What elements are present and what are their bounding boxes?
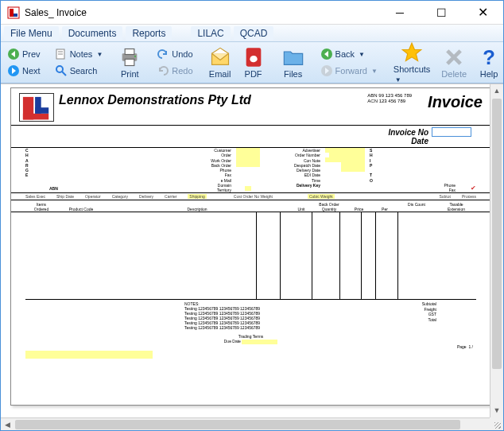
resize-grip[interactable] — [490, 417, 503, 431]
shortcuts-button[interactable]: Shortcuts ▼ — [389, 40, 435, 85]
invoice-date-label: Date — [411, 137, 428, 146]
company-logo — [19, 93, 54, 122]
print-icon — [118, 46, 141, 68]
trading-terms: Trading Terms Due Date — [11, 332, 490, 344]
horizontal-scrollbar[interactable]: ◀ ▶ — [1, 417, 503, 431]
highlight-bar — [25, 351, 153, 359]
invoice-page: Lennox Demonstrations Pty Ltd ABN 99 123… — [10, 87, 491, 406]
close-button[interactable]: ✕ — [468, 3, 497, 22]
document-viewport: Lennox Demonstrations Pty Ltd ABN 99 123… — [1, 83, 503, 417]
help-button[interactable]: ? Help — [473, 45, 504, 80]
order-fields: AdvertiserOrder NumberCon NoteDespatch D… — [265, 148, 320, 192]
svg-rect-22 — [23, 114, 48, 120]
back-icon — [320, 48, 333, 60]
maximize-button[interactable]: ☐ — [427, 3, 456, 22]
svg-text:?: ? — [483, 46, 495, 68]
invoice-meta: Invoice No Date — [11, 126, 490, 147]
ship-fields: Phone Fax — [384, 148, 456, 192]
scroll-left-icon[interactable]: ◀ — [1, 418, 14, 431]
summary-row: Sales ExecShip DateOperatorCategoryDeliv… — [11, 192, 490, 200]
notes-icon — [55, 48, 68, 60]
invoice-header: Lennox Demonstrations Pty Ltd ABN 99 123… — [11, 88, 490, 126]
menu-lilac[interactable]: LILAC — [191, 26, 230, 41]
pdf-icon — [242, 46, 265, 68]
scroll-thumb[interactable] — [492, 99, 502, 369]
svg-rect-2 — [14, 14, 17, 17]
window-controls: ─ ☐ ✕ — [386, 3, 497, 22]
chevron-down-icon: ▼ — [371, 68, 378, 75]
svg-point-13 — [134, 56, 136, 57]
minimize-button[interactable]: ─ — [386, 3, 414, 22]
folder-icon — [282, 46, 304, 68]
chevron-down-icon: ▼ — [359, 51, 365, 58]
invoice-footer: NOTES: Testing 123456789 123456789 12345… — [11, 300, 490, 332]
delete-icon — [443, 46, 465, 68]
charge-label: CHARGE ABN — [25, 148, 58, 192]
vertical-scrollbar[interactable]: ▲ ▼ — [490, 84, 503, 417]
email-button[interactable]: Email — [204, 45, 236, 80]
notes-button[interactable]: Notes▼ — [52, 46, 107, 62]
search-button[interactable]: Search — [52, 63, 107, 79]
abn-block: ABN 99 123 456 789 ACN 123 456 789 — [367, 93, 412, 104]
forward-button[interactable]: Forward▼ — [317, 63, 381, 79]
prev-button[interactable]: Prev — [4, 46, 44, 62]
customer-fields: CustomerOrderWork OrderBack OrderPhoneFa… — [63, 148, 231, 192]
svg-rect-1 — [10, 9, 14, 17]
svg-line-9 — [62, 72, 66, 76]
undo-button[interactable]: Undo — [153, 46, 196, 62]
redo-button[interactable]: Redo — [153, 63, 196, 79]
app-icon — [7, 6, 20, 19]
svg-rect-12 — [125, 59, 134, 65]
invoice-no-field — [432, 127, 471, 137]
window-title: Sales_ Invoice — [25, 7, 386, 18]
prev-icon — [7, 48, 20, 60]
print-button[interactable]: Print — [114, 45, 145, 80]
delete-button[interactable]: Delete — [436, 45, 471, 80]
menu-reports[interactable]: Reports — [126, 26, 172, 41]
scroll-up-icon[interactable]: ▲ — [490, 84, 503, 98]
titlebar: Sales_ Invoice ─ ☐ ✕ — [1, 1, 503, 25]
page-indicator: Page 1 / — [11, 344, 490, 349]
next-button[interactable]: Next — [4, 63, 44, 79]
menu-documents[interactable]: Documents — [62, 26, 123, 41]
search-icon — [55, 64, 68, 77]
pdf-button[interactable]: PDF — [238, 45, 269, 80]
svg-point-8 — [56, 66, 63, 72]
email-icon — [209, 46, 231, 68]
files-button[interactable]: Files — [277, 45, 309, 80]
star-icon — [401, 41, 423, 64]
help-icon: ? — [478, 46, 500, 68]
svg-rect-24 — [35, 107, 48, 114]
notes-block: NOTES: Testing 123456789 123456789 12345… — [184, 301, 341, 330]
ship-label: SHIP TO — [370, 148, 379, 192]
chevron-down-icon: ▼ — [395, 76, 401, 83]
undo-icon — [157, 48, 169, 60]
menu-qcad[interactable]: QCAD — [234, 26, 274, 41]
menu-file[interactable]: File Menu — [4, 26, 59, 41]
invoice-no-label: Invoice No — [388, 128, 428, 137]
company-name: Lennox Demonstrations Pty Ltd — [59, 93, 367, 107]
next-icon — [7, 64, 20, 77]
scroll-down-icon[interactable]: ▼ — [490, 404, 503, 417]
toolbar: Prev Next Notes▼ Search Print Undo Redo — [1, 42, 503, 83]
svg-rect-11 — [125, 49, 134, 55]
scroll-thumb[interactable] — [15, 420, 460, 429]
line-items-header: ItemsOrdered Product Code Description Un… — [11, 200, 490, 212]
back-button[interactable]: Back▼ — [317, 46, 381, 62]
chevron-down-icon: ▼ — [96, 51, 103, 58]
redo-icon — [157, 64, 169, 77]
invoice-fields: CHARGE ABN CustomerOrderWork OrderBack O… — [11, 147, 490, 192]
forward-icon — [320, 64, 333, 77]
invoice-title: Invoice — [428, 93, 483, 111]
totals-block: Subtotal Freight GST Total — [341, 301, 436, 330]
line-items-body — [25, 212, 476, 300]
